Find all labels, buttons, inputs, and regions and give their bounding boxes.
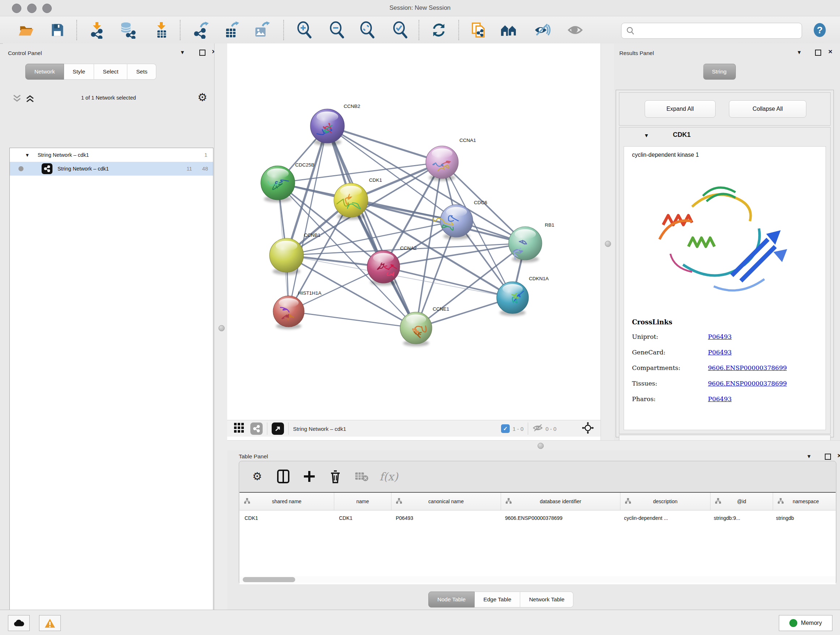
network-row-selected[interactable]: String Network – cdk1 11 48 bbox=[10, 162, 213, 176]
collection-expand-icon[interactable]: ▼ bbox=[25, 152, 30, 158]
export-table-button[interactable] bbox=[222, 21, 240, 40]
import-network-from-file-button[interactable] bbox=[88, 21, 106, 40]
column-header-description[interactable]: description bbox=[621, 493, 711, 510]
network-node-rb1[interactable] bbox=[508, 226, 542, 263]
network-canvas[interactable]: CCNB2CCNA1CDC25BCDK1CDC6RB1CCNB1CCNA2CDK… bbox=[227, 43, 600, 420]
export-image-button[interactable] bbox=[252, 21, 271, 40]
birds-eye-toggle-button[interactable] bbox=[582, 422, 594, 435]
help-button[interactable]: ? bbox=[810, 21, 829, 40]
splitter-handle[interactable] bbox=[605, 241, 611, 247]
grid-mode-button[interactable] bbox=[234, 423, 245, 435]
search-input[interactable] bbox=[638, 27, 799, 35]
network-node-cdc25b[interactable] bbox=[261, 166, 295, 203]
network-node-ccna1[interactable] bbox=[426, 146, 458, 181]
table-panel-float-button[interactable] bbox=[825, 454, 831, 461]
delete-column-button[interactable] bbox=[327, 469, 343, 485]
tab-network-table[interactable]: Network Table bbox=[520, 592, 573, 608]
tab-style[interactable]: Style bbox=[64, 64, 94, 80]
horizontal-splitter[interactable] bbox=[227, 440, 840, 451]
zoom-selected-button[interactable] bbox=[391, 21, 410, 40]
network-options-gear-icon[interactable]: ⚙ bbox=[197, 92, 207, 103]
hide-graphics-details-button[interactable] bbox=[533, 21, 552, 40]
column-header-databaseidentifier[interactable]: database identifier bbox=[501, 493, 621, 510]
expand-all-button[interactable]: Expand All bbox=[645, 100, 715, 118]
minimize-window-button[interactable] bbox=[27, 4, 36, 13]
network-edge[interactable] bbox=[289, 311, 416, 328]
splitter-handle[interactable] bbox=[538, 443, 544, 449]
network-view-mode-button[interactable] bbox=[250, 423, 263, 435]
import-network-from-database-button[interactable] bbox=[118, 21, 137, 40]
network-edge[interactable] bbox=[327, 126, 442, 162]
table-panel-close-button[interactable]: ✕ bbox=[837, 453, 840, 459]
table-cell[interactable]: CDK1 bbox=[240, 515, 334, 521]
tab-select[interactable]: Select bbox=[94, 64, 127, 80]
gene-expand-icon[interactable]: ▼ bbox=[644, 133, 649, 138]
network-edge[interactable] bbox=[327, 126, 416, 328]
crosslink-link[interactable]: P06493 bbox=[708, 395, 732, 402]
results-panel-close-button[interactable]: ✕ bbox=[828, 49, 833, 55]
crosslink-link[interactable]: P06493 bbox=[708, 333, 732, 340]
table-cell[interactable]: 9606.ENSP00000378699 bbox=[500, 515, 619, 521]
network-node-cdkn1a[interactable] bbox=[497, 282, 529, 316]
column-header-sharedname[interactable]: shared name bbox=[240, 493, 334, 510]
results-panel-menu-button[interactable]: ▾ bbox=[798, 49, 801, 56]
network-node-ccne1[interactable] bbox=[400, 312, 432, 347]
tab-network[interactable]: Network bbox=[25, 64, 64, 80]
crosslink-link[interactable]: 9606.ENSP00000378699 bbox=[708, 380, 787, 387]
table-cell[interactable]: stringdb:9... bbox=[709, 515, 771, 521]
show-columns-button[interactable] bbox=[275, 469, 291, 485]
table-cell[interactable]: CDK1 bbox=[334, 515, 391, 521]
export-network-button[interactable] bbox=[191, 21, 210, 40]
clone-network-button[interactable] bbox=[469, 21, 488, 40]
column-header-id[interactable]: @id bbox=[711, 493, 773, 510]
apply-layout-button[interactable] bbox=[429, 21, 448, 40]
table-horizontal-scrollbar[interactable] bbox=[240, 576, 836, 583]
save-session-button[interactable] bbox=[48, 21, 66, 40]
show-graphics-details-button[interactable] bbox=[566, 21, 584, 40]
tab-string[interactable]: String bbox=[703, 64, 736, 80]
column-header-name[interactable]: name bbox=[334, 493, 392, 510]
close-window-button[interactable] bbox=[12, 4, 21, 13]
network-edge[interactable] bbox=[289, 126, 327, 311]
table-options-gear-icon[interactable]: ⚙ bbox=[249, 469, 265, 485]
cloud-status-button[interactable] bbox=[8, 615, 30, 631]
crosslink-link[interactable]: 9606.ENSP00000378699 bbox=[708, 364, 787, 371]
scrollbar-thumb[interactable] bbox=[243, 577, 295, 582]
zoom-fit-button[interactable] bbox=[358, 21, 377, 40]
table-cell[interactable]: P06493 bbox=[391, 515, 500, 521]
control-panel-menu-button[interactable]: ▾ bbox=[181, 49, 184, 56]
delete-table-button[interactable] bbox=[354, 469, 369, 485]
column-header-canonicalname[interactable]: canonical name bbox=[392, 493, 501, 510]
table-cell[interactable]: cyclin-dependent ... bbox=[619, 515, 709, 521]
table-panel-menu-button[interactable]: ▾ bbox=[807, 453, 811, 460]
results-panel-float-button[interactable] bbox=[815, 50, 821, 57]
warnings-button[interactable] bbox=[39, 615, 61, 631]
memory-button[interactable]: Memory bbox=[779, 615, 832, 631]
selected-indicator-checkbox[interactable]: ✓ bbox=[501, 424, 510, 433]
network-collection-row[interactable]: ▼ String Network – cdk1 1 bbox=[10, 148, 213, 162]
control-panel-float-button[interactable] bbox=[199, 50, 205, 57]
network-node-hist1h1a[interactable] bbox=[273, 296, 304, 329]
zoom-window-button[interactable] bbox=[42, 4, 52, 13]
tab-node-table[interactable]: Node Table bbox=[428, 592, 475, 608]
zoom-in-button[interactable] bbox=[295, 21, 314, 40]
collapse-all-button[interactable]: Collapse All bbox=[729, 100, 806, 118]
import-table-from-file-button[interactable] bbox=[152, 21, 171, 40]
table-cell[interactable]: stringdb bbox=[771, 515, 836, 521]
create-column-button[interactable] bbox=[302, 469, 317, 485]
open-session-button[interactable] bbox=[17, 21, 35, 40]
network-graph[interactable]: CCNB2CCNA1CDC25BCDK1CDC6RB1CCNB1CCNA2CDK… bbox=[227, 43, 600, 420]
detach-view-button[interactable] bbox=[272, 423, 284, 435]
network-node-ccnb1[interactable] bbox=[270, 238, 303, 275]
search-field[interactable] bbox=[621, 23, 802, 39]
table-row[interactable]: CDK1CDK1P064939606.ENSP00000378699cyclin… bbox=[240, 510, 836, 526]
zoom-out-button[interactable] bbox=[328, 21, 347, 40]
splitter-handle[interactable] bbox=[218, 325, 225, 331]
crosslink-link[interactable]: P06493 bbox=[708, 348, 732, 356]
tab-edge-table[interactable]: Edge Table bbox=[475, 592, 520, 608]
function-builder-button[interactable]: f(x) bbox=[379, 469, 398, 485]
tab-sets[interactable]: Sets bbox=[127, 64, 156, 80]
vertical-splitter-left[interactable] bbox=[214, 43, 227, 610]
vertical-splitter-right[interactable] bbox=[600, 43, 615, 440]
column-header-namespace[interactable]: namespace bbox=[773, 493, 836, 510]
